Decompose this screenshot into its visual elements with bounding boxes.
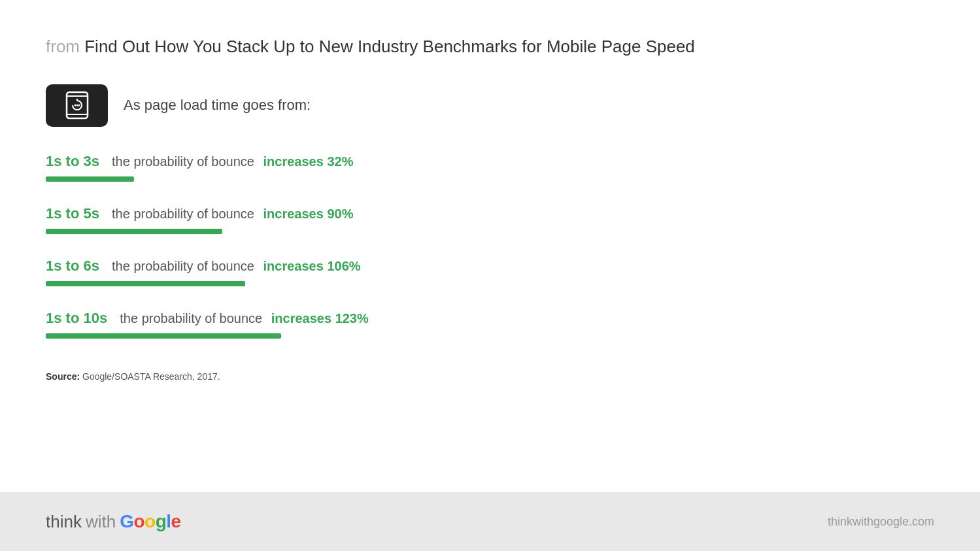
stat-time-4: 1s to 10s: [46, 310, 107, 327]
stat-text-2: the probability of bounce: [105, 207, 254, 222]
from-label: from: [46, 37, 80, 56]
header-title: Find Out How You Stack Up to New Industr…: [84, 37, 695, 56]
bar-1: [46, 176, 134, 182]
stat-row-1: 1s to 3s the probability of bounce incre…: [46, 153, 934, 170]
stat-text-1: the probability of bounce: [105, 154, 254, 169]
stat-row-2: 1s to 5s the probability of bounce incre…: [46, 205, 934, 222]
stat-row-3: 1s to 6s the probability of bounce incre…: [46, 258, 934, 275]
stat-text-4: the probability of bounce: [112, 311, 262, 326]
source-text: Google/SOASTA Research, 2017.: [82, 371, 220, 382]
google-letter-g1: G: [120, 511, 133, 531]
svg-point-6: [76, 105, 78, 107]
intro-text: As page load time goes from:: [124, 97, 311, 114]
bar-2: [46, 229, 222, 234]
stat-time-3: 1s to 6s: [46, 258, 99, 275]
think-with-google-logo: think with Google: [46, 511, 181, 532]
bar-container-1: [46, 176, 934, 182]
bar-container-2: [46, 229, 934, 234]
footer: think with Google thinkwithgoogle.com: [0, 492, 980, 551]
stat-section-1: 1s to 3s the probability of bounce incre…: [46, 153, 934, 182]
stat-section-2: 1s to 5s the probability of bounce incre…: [46, 205, 934, 234]
stat-highlight-2: increases 90%: [260, 207, 353, 222]
bar-container-4: [46, 333, 934, 339]
stat-section-3: 1s to 6s the probability of bounce incre…: [46, 258, 934, 286]
phone-icon: [46, 84, 108, 127]
google-letter-o1: o: [133, 511, 144, 531]
page-header: from Find Out How You Stack Up to New In…: [46, 36, 934, 58]
source-section: Source: Google/SOASTA Research, 2017.: [46, 371, 934, 382]
google-letter-l: l: [166, 511, 171, 531]
stat-highlight-1: increases 32%: [260, 154, 353, 169]
stat-time-2: 1s to 5s: [46, 205, 99, 222]
stat-text-3: the probability of bounce: [105, 259, 254, 274]
svg-point-5: [74, 105, 76, 107]
mobile-loading-icon: [61, 90, 93, 121]
stat-row-4: 1s to 10s the probability of bounce incr…: [46, 310, 934, 327]
google-wordmark: Google: [120, 511, 180, 532]
footer-url: thinkwithgoogle.com: [828, 515, 934, 529]
intro-section: As page load time goes from:: [46, 84, 934, 127]
google-letter-e: e: [171, 511, 181, 531]
source-label: Source:: [46, 371, 80, 382]
with-label: with: [86, 512, 116, 532]
stat-highlight-3: increases 106%: [260, 259, 361, 274]
svg-point-7: [78, 105, 80, 107]
bar-4: [46, 333, 281, 339]
stat-section-4: 1s to 10s the probability of bounce incr…: [46, 310, 934, 339]
google-letter-o2: o: [144, 511, 156, 531]
stat-time-1: 1s to 3s: [46, 153, 99, 170]
stat-highlight-4: increases 123%: [267, 311, 369, 326]
bar-container-3: [46, 281, 934, 286]
google-letter-g2: g: [156, 511, 167, 531]
main-content: from Find Out How You Stack Up to New In…: [0, 0, 980, 492]
bar-3: [46, 281, 245, 286]
think-label: think: [46, 512, 82, 532]
